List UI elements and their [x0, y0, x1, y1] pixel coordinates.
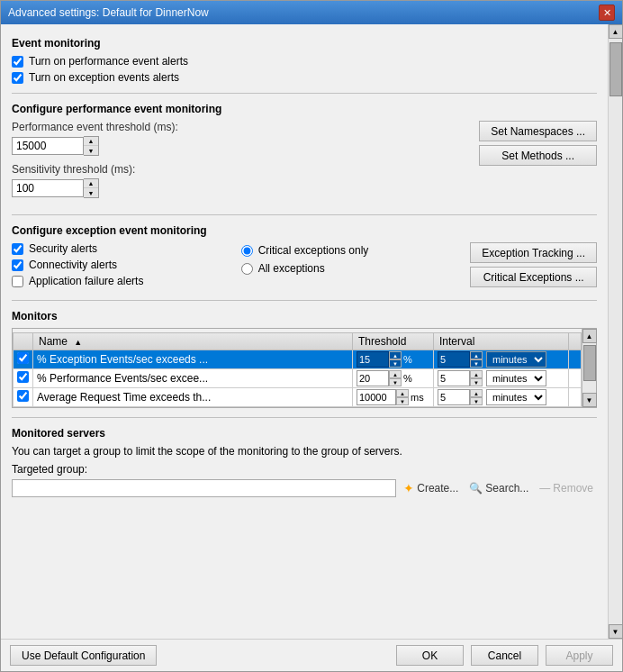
exception-tracking-button[interactable]: Exception Tracking ... — [470, 242, 597, 263]
separator-1 — [12, 93, 597, 94]
monitor-row-2-checkbox[interactable] — [17, 371, 29, 383]
monitor-row-3-threshold-up[interactable]: ▲ — [396, 389, 409, 397]
targeted-group-spacer — [12, 497, 597, 524]
monitor-row-2-interval-select[interactable]: minutes hours seconds — [486, 370, 546, 386]
apply-button[interactable]: Apply — [546, 645, 613, 666]
monitors-thead: Name ▲ Threshold Interval — [14, 333, 582, 350]
security-alerts-label: Security alerts — [29, 242, 97, 255]
connectivity-alerts-checkbox[interactable] — [12, 259, 23, 271]
cancel-button[interactable]: Cancel — [471, 645, 538, 666]
monitor-row-3-scroll-cell — [569, 388, 582, 407]
sensitivity-up[interactable]: ▲ — [84, 179, 98, 188]
remove-icon: — — [539, 482, 550, 495]
monitors-scroll-thumb[interactable] — [583, 345, 596, 381]
connectivity-alerts-row: Connectivity alerts — [12, 259, 232, 271]
perf-threshold-down[interactable]: ▼ — [84, 146, 98, 155]
star-icon: ✦ — [403, 481, 414, 495]
monitor-row-3-checkbox[interactable] — [17, 390, 29, 402]
separator-4 — [12, 417, 597, 418]
monitor-row-3-interval-down[interactable]: ▼ — [470, 397, 483, 405]
remove-button[interactable]: — Remove — [536, 480, 597, 496]
monitor-row-3-threshold-input[interactable] — [357, 389, 396, 405]
monitor-row-2-interval-down[interactable]: ▼ — [470, 378, 483, 386]
monitor-row-3-interval-up[interactable]: ▲ — [470, 389, 483, 397]
monitor-row-2-threshold-input[interactable] — [357, 370, 389, 386]
monitored-servers-desc: You can target a group to limit the scop… — [12, 445, 597, 458]
monitors-header-row: Name ▲ Threshold Interval — [14, 333, 582, 350]
monitor-row-1-threshold-up[interactable]: ▲ — [389, 351, 402, 359]
appfailure-alerts-row: Application failure alerts — [12, 275, 232, 287]
monitor-row-2-threshold-btns: ▲ ▼ — [389, 370, 402, 386]
main-scroll-down[interactable]: ▼ — [609, 624, 623, 639]
monitor-row-1-threshold-input[interactable] — [357, 351, 389, 368]
monitor-row-3-threshold-down[interactable]: ▼ — [396, 397, 409, 405]
monitor-row-3-interval-input[interactable] — [438, 389, 470, 405]
exc-alerts-label: Turn on exception events alerts — [29, 71, 179, 84]
monitors-wrapper: Name ▲ Threshold Interval — [12, 328, 597, 408]
perf-config-title: Configure performance event monitoring — [12, 103, 597, 115]
bottom-bar: Use Default Configuration OK Cancel Appl… — [1, 639, 622, 671]
monitor-row-2-threshold-up[interactable]: ▲ — [389, 370, 402, 378]
critical-exceptions-label: Critical exceptions only — [258, 244, 369, 257]
search-icon: 🔍 — [469, 482, 483, 495]
monitor-row-1-threshold-down[interactable]: ▼ — [389, 359, 402, 368]
monitor-row-1-interval: ▲ ▼ minutes hours seconds — [434, 350, 569, 369]
security-alerts-row: Security alerts — [12, 242, 232, 255]
sensitivity-label: Sensitivity threshold (ms): — [12, 163, 472, 176]
targeted-group-input[interactable] — [12, 479, 396, 497]
exc-config-layout: Security alerts Connectivity alerts Appl… — [12, 242, 597, 291]
perf-alerts-row: Turn on performance event alerts — [12, 55, 597, 68]
monitor-row-1-interval-select[interactable]: minutes hours seconds — [486, 351, 546, 368]
targeted-group-row: ✦ Create... 🔍 Search... — Remove — [12, 479, 597, 497]
main-scroll-up[interactable]: ▲ — [609, 24, 623, 39]
col-threshold: Threshold — [353, 333, 434, 350]
main-scroll-thumb[interactable] — [609, 42, 622, 96]
sensitivity-input[interactable] — [12, 179, 84, 197]
ok-button[interactable]: OK — [396, 645, 464, 666]
monitors-scroll-up[interactable]: ▲ — [582, 329, 597, 343]
monitor-row-2-interval-spinner: ▲ ▼ minutes hours seconds — [438, 370, 564, 386]
exc-checks: Security alerts Connectivity alerts Appl… — [12, 242, 232, 291]
monitor-row-1: % Exception Events/sec exceeds ... ▲ ▼ — [14, 350, 582, 369]
monitor-row-1-interval-input[interactable] — [438, 351, 470, 368]
monitor-row-1-interval-down[interactable]: ▼ — [470, 359, 483, 368]
monitors-scroll-down[interactable]: ▼ — [582, 393, 597, 407]
monitor-row-1-interval-up[interactable]: ▲ — [470, 351, 483, 359]
monitor-row-2-threshold-down[interactable]: ▼ — [389, 378, 402, 386]
monitor-row-3-interval-select[interactable]: minutes hours seconds — [486, 389, 546, 405]
use-default-button[interactable]: Use Default Configuration — [10, 645, 157, 666]
all-exceptions-row: All exceptions — [241, 262, 462, 275]
critical-exceptions-button[interactable]: Critical Exceptions ... — [470, 267, 597, 287]
set-namespaces-button[interactable]: Set Namespaces ... — [479, 121, 597, 141]
monitors-vscroll: ▲ ▼ — [582, 329, 596, 407]
monitor-row-3-interval-spinner: ▲ ▼ minutes hours seconds — [438, 389, 564, 405]
critical-exceptions-radio[interactable] — [241, 245, 253, 257]
monitor-row-3-name: Average Request Time exceeds th... — [33, 388, 353, 407]
content-area: Event monitoring Turn on performance eve… — [1, 24, 622, 639]
monitor-row-1-scroll-cell — [569, 350, 582, 369]
exc-alerts-checkbox[interactable] — [12, 72, 23, 84]
appfailure-alerts-checkbox[interactable] — [12, 276, 23, 287]
set-methods-button[interactable]: Set Methods ... — [479, 145, 597, 166]
exc-alerts-row: Turn on exception events alerts — [12, 71, 597, 84]
monitor-row-3-threshold: ▲ ▼ ms — [353, 388, 434, 407]
monitor-row-2-interval: ▲ ▼ minutes hours seconds — [434, 369, 569, 388]
monitor-row-3-threshold-btns: ▲ ▼ — [396, 389, 409, 405]
monitor-row-1-checkbox[interactable] — [17, 352, 29, 364]
monitor-row-3-unit: ms — [411, 392, 424, 403]
monitor-row-2-interval-input[interactable] — [438, 370, 470, 386]
security-alerts-checkbox[interactable] — [12, 243, 23, 255]
sensitivity-down[interactable]: ▼ — [84, 188, 98, 197]
perf-threshold-up[interactable]: ▲ — [84, 137, 98, 146]
window-title: Advanced settings: Default for DinnerNow — [8, 6, 209, 19]
perf-threshold-input[interactable] — [12, 137, 84, 155]
monitor-row-3-interval: ▲ ▼ minutes hours seconds — [434, 388, 569, 407]
close-button[interactable]: ✕ — [599, 5, 615, 21]
create-button[interactable]: ✦ Create... — [400, 479, 462, 497]
perf-config-layout: Performance event threshold (ms): ▲ ▼ Se… — [12, 121, 597, 205]
col-name[interactable]: Name ▲ — [33, 333, 353, 350]
monitor-row-2-interval-up[interactable]: ▲ — [470, 370, 483, 378]
all-exceptions-radio[interactable] — [241, 263, 253, 275]
search-button[interactable]: 🔍 Search... — [465, 480, 532, 496]
perf-alerts-checkbox[interactable] — [12, 56, 23, 68]
